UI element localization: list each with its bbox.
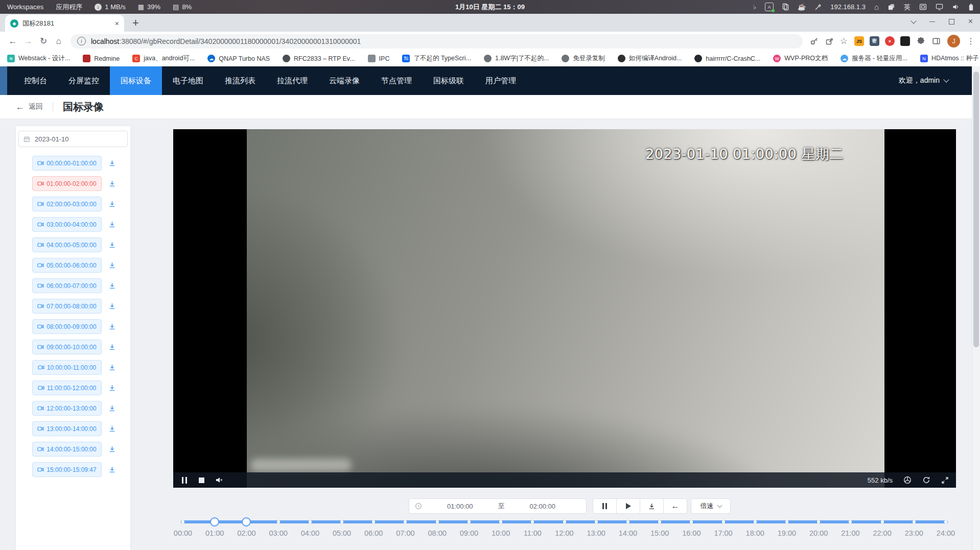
segment-download-button[interactable] (108, 364, 116, 371)
video-stage[interactable]: 2023-01-10 01:00:00 星期二 552 kb/s (173, 129, 956, 488)
welcome-user[interactable]: 欢迎，admin (899, 76, 948, 85)
segment-button[interactable]: 02:00:00-03:00:00 (32, 197, 102, 211)
workspaces-icon[interactable] (888, 3, 895, 11)
segment-download-button[interactable] (108, 241, 116, 249)
segment-download-button[interactable] (108, 404, 116, 412)
start-time-value[interactable]: 01:00:00 (422, 503, 498, 510)
segment-download-button[interactable] (108, 302, 116, 310)
extensions-puzzle-icon[interactable] (917, 37, 925, 45)
nav-tab-6[interactable]: 云端录像 (318, 66, 370, 95)
back-link[interactable]: ← 返回 (15, 102, 43, 111)
window-minimize-button[interactable] (929, 21, 935, 22)
segment-button[interactable]: 07:00:00-08:00:00 (32, 299, 102, 314)
nav-tab-3[interactable]: 电子地图 (162, 66, 214, 95)
segment-button[interactable]: 15:00:00-15:09:47 (32, 462, 102, 477)
applications-menu[interactable]: 应用程序 (56, 3, 82, 12)
bookmark-item[interactable]: hairrrrr/C-CrashC... (694, 55, 760, 62)
volume-icon[interactable] (952, 3, 960, 11)
url-bar[interactable]: i localhost:38080/#/gbRecordDetail/34020… (71, 34, 803, 49)
play-button[interactable] (616, 498, 640, 514)
volume-muted-icon[interactable] (215, 476, 223, 484)
battery-icon[interactable] (968, 3, 974, 11)
end-time-value[interactable]: 02:00:00 (505, 503, 581, 510)
share-icon[interactable] (825, 37, 833, 45)
segment-button[interactable]: 11:00:00-12:00:00 (32, 380, 102, 395)
nav-tab-4[interactable]: 推流列表 (214, 66, 266, 95)
bookmark-item[interactable]: WWVP-PRO文档 (773, 54, 828, 63)
segment-button[interactable]: 03:00:00-04:00:00 (32, 217, 102, 232)
segment-download-button[interactable] (108, 445, 116, 453)
nav-tab-9[interactable]: 用户管理 (475, 66, 527, 95)
segment-button[interactable]: 12:00:00-13:00:00 (32, 401, 102, 416)
nav-tab-0[interactable]: 控制台 (13, 66, 58, 95)
tab-close-icon[interactable]: × (115, 20, 119, 27)
segment-button[interactable]: 13:00:00-14:00:00 (32, 421, 102, 436)
bookmark-item[interactable]: ☁QNAP Turbo NAS (207, 55, 270, 62)
bookmark-item[interactable]: NHDAtmos :: 种子 *... (920, 54, 980, 63)
bookmark-item[interactable]: Cjava、android可... (132, 54, 195, 63)
segment-download-button[interactable] (108, 221, 116, 228)
window-close-button[interactable]: × (968, 17, 973, 26)
segment-download-button[interactable] (108, 466, 116, 473)
nav-tab-7[interactable]: 节点管理 (370, 66, 423, 95)
profile-avatar[interactable]: J (947, 35, 960, 47)
segment-download-button[interactable] (108, 343, 116, 351)
tool-icon[interactable] (814, 4, 822, 11)
extension-icon-0[interactable]: JS (854, 36, 864, 46)
timeline-handle[interactable] (210, 517, 219, 527)
segment-button[interactable]: 06:00:00-07:00:00 (32, 278, 102, 293)
bookmark-item[interactable]: RFC2833 – RTP Ev... (283, 55, 355, 62)
segment-download-button[interactable] (108, 384, 116, 392)
bookmark-item[interactable]: ≋Webstack - 设计... (7, 54, 70, 63)
refresh-icon[interactable] (922, 476, 930, 484)
scrollbar-thumb[interactable] (973, 71, 979, 347)
menu-kebab-icon[interactable]: ⋮ (967, 36, 975, 46)
segment-button[interactable]: 01:00:00-02:00:00 (32, 176, 102, 191)
segment-download-button[interactable] (108, 180, 116, 187)
new-tab-button[interactable]: + (132, 17, 139, 29)
time-range-picker[interactable]: 01:00:00 至 02:00:00 (409, 498, 587, 514)
segment-download-button[interactable] (108, 200, 116, 208)
tab-search-chevron-icon[interactable] (911, 18, 916, 23)
segment-download-button[interactable] (108, 323, 116, 330)
input-method-icon[interactable]: A (765, 3, 774, 11)
browser-tab[interactable]: ◆ 国标28181 × (5, 15, 124, 32)
timeline-handle[interactable] (242, 517, 251, 527)
ip-address[interactable]: 192.168.1.3 (830, 3, 866, 11)
nav-tab-2[interactable]: 国标设备 (110, 66, 162, 95)
nav-tab-8[interactable]: 国标级联 (423, 66, 475, 95)
flat-symbol-icon[interactable]: ♭ (753, 3, 756, 11)
timeline[interactable]: 00:0001:0002:0003:0004:0005:0006:0007:00… (183, 516, 946, 546)
system-clock[interactable]: 1月10日 星期二 15：09 (455, 3, 525, 12)
workspaces-menu[interactable]: Workspaces (7, 3, 43, 11)
extension-icon-1[interactable]: 密 (870, 36, 879, 46)
segment-button[interactable]: 14:00:00-15:00:00 (32, 442, 102, 457)
segment-download-button[interactable] (108, 159, 116, 167)
download-button[interactable] (640, 498, 664, 514)
reload-button[interactable]: ↻ (36, 36, 51, 46)
segment-button[interactable]: 04:00:00-05:00:00 (32, 237, 102, 252)
fullscreen-icon[interactable] (941, 476, 949, 484)
speed-select[interactable]: 倍速 (691, 498, 731, 514)
extension-icon-2[interactable]: × (885, 36, 895, 46)
passwords-key-icon[interactable] (810, 37, 819, 45)
segment-button[interactable]: 00:00:00-01:00:00 (32, 156, 102, 171)
bookmark-star-icon[interactable]: ☆ (840, 36, 848, 46)
page-scrollbar[interactable] (972, 66, 980, 550)
bookmark-item[interactable]: IPC (368, 55, 390, 62)
segment-download-button[interactable] (108, 261, 116, 269)
language-indicator[interactable]: 英 (904, 3, 911, 12)
segment-button[interactable]: 05:00:00-06:00:00 (32, 258, 102, 273)
forward-button[interactable]: → (20, 36, 36, 46)
bookmark-item[interactable]: 如何编译Android... (618, 54, 682, 63)
segment-download-button[interactable] (108, 282, 116, 290)
bookmark-item[interactable]: 免登录复制 (562, 54, 605, 63)
display-settings-icon[interactable] (919, 4, 927, 10)
nav-tab-5[interactable]: 拉流代理 (266, 66, 318, 95)
back-button[interactable]: ← (5, 36, 20, 46)
home-icon[interactable]: ⌂ (874, 3, 879, 11)
date-picker[interactable]: 2023-01-10 (18, 131, 128, 147)
nav-tab-1[interactable]: 分屏监控 (58, 66, 110, 95)
segment-button[interactable]: 08:00:00-09:00:00 (32, 319, 102, 334)
player-pause-button[interactable] (182, 477, 187, 484)
